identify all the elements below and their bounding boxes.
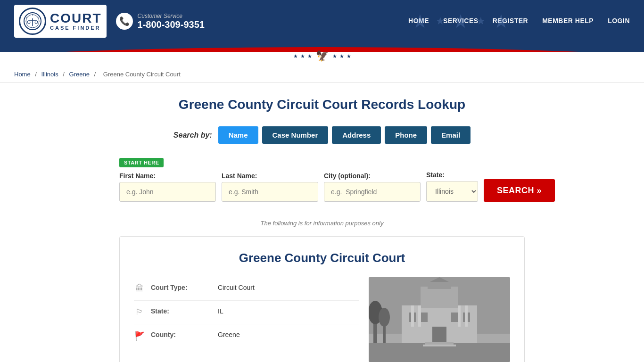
court-card-body: 🏛 Court Type: Circuit Court 🏳 State: IL …	[134, 277, 510, 362]
svg-point-8	[35, 21, 38, 24]
star-icon: ★	[332, 53, 337, 59]
logo-court-label: COURT	[50, 12, 102, 25]
banner-wave: ★ ★ ★ 🦅 ★ ★ ★	[0, 42, 644, 66]
svg-rect-19	[421, 287, 458, 308]
info-row-court-type: 🏛 Court Type: Circuit Court	[134, 277, 359, 301]
tab-name[interactable]: Name	[218, 126, 258, 144]
first-name-input[interactable]	[119, 182, 216, 202]
star-icon: ★	[293, 53, 298, 59]
svg-rect-26	[432, 327, 446, 343]
svg-rect-27	[425, 342, 454, 345]
svg-rect-20	[428, 282, 451, 289]
courthouse-svg	[369, 277, 510, 362]
breadcrumb-separator: /	[94, 71, 98, 78]
form-row: First Name: Last Name: City (optional): …	[119, 171, 525, 202]
svg-point-17	[379, 308, 390, 327]
breadcrumb-home[interactable]: Home	[14, 71, 31, 78]
info-row-county: 🚩 County: Greene	[134, 324, 359, 348]
search-form-container: START HERE First Name: Last Name: City (…	[119, 153, 525, 211]
logo-casefinder-label: CASE FINDER	[50, 25, 101, 31]
court-type-label: Court Type:	[151, 284, 212, 291]
court-type-icon: 🏛	[134, 284, 145, 294]
eagle-stars-left: ★ ★ ★	[293, 53, 312, 59]
state-label-card: State:	[151, 307, 212, 315]
star-icon: ★	[300, 53, 305, 59]
state-select[interactable]: Illinois Alabama Alaska Arizona Arkansas…	[426, 181, 478, 202]
state-icon: 🏳	[134, 307, 145, 317]
start-here-badge: START HERE	[119, 158, 164, 167]
svg-rect-31	[458, 305, 461, 327]
search-by-label: Search by:	[173, 131, 212, 140]
city-label: City (optional):	[324, 172, 421, 180]
svg-rect-28	[423, 345, 456, 346]
info-row-state: 🏳 State: IL	[134, 301, 359, 324]
breadcrumb: Home / Illinois / Greene / Greene County…	[0, 66, 644, 83]
tab-address[interactable]: Address	[332, 126, 381, 144]
court-type-value: Circuit Court	[218, 284, 255, 291]
breadcrumb-illinois[interactable]: Illinois	[41, 71, 58, 78]
logo-text: COURT CASE FINDER	[50, 12, 102, 31]
site-header: ★ ★ ★ ★ ★ ★ ★ ★ ★	[0, 0, 644, 42]
star-icon: ★	[307, 53, 312, 59]
last-name-input[interactable]	[222, 182, 318, 202]
main-content: Greene County Circuit Court Records Look…	[110, 83, 534, 362]
court-card-details: 🏛 Court Type: Circuit Court 🏳 State: IL …	[134, 277, 359, 362]
city-group: City (optional):	[324, 172, 421, 202]
star-icon: ★	[493, 10, 510, 32]
star-icon: ★	[436, 15, 445, 27]
last-name-label: Last Name:	[222, 172, 318, 180]
info-note: The following is for information purpose…	[119, 220, 525, 227]
county-icon: 🚩	[134, 331, 145, 341]
court-card-title: Greene County Circuit Court	[134, 251, 510, 265]
tab-phone[interactable]: Phone	[385, 126, 427, 144]
breadcrumb-separator: /	[35, 71, 38, 78]
cs-phone: 1-800-309-9351	[138, 19, 205, 30]
tab-case-number[interactable]: Case Number	[262, 126, 329, 144]
star-icon: ★	[339, 53, 344, 59]
last-name-group: Last Name:	[222, 172, 318, 202]
county-label: County:	[151, 331, 212, 338]
breadcrumb-current: Greene County Circuit Court	[103, 71, 181, 78]
page-title: Greene County Circuit Court Records Look…	[119, 97, 525, 112]
svg-text:★: ★	[26, 16, 28, 19]
svg-rect-24	[451, 313, 458, 322]
county-value: Greene	[218, 331, 240, 338]
cs-text: Customer Service 1-800-309-9351	[138, 13, 205, 30]
state-value: IL	[218, 307, 223, 315]
svg-rect-29	[411, 305, 414, 327]
cs-label: Customer Service	[138, 13, 205, 19]
first-name-label: First Name:	[119, 172, 216, 180]
search-button[interactable]: SEARCH »	[484, 179, 555, 202]
svg-rect-30	[418, 305, 421, 327]
eagle-icon: 🦅	[316, 50, 329, 62]
header-stars: ★ ★ ★ ★ ★ ★	[412, 0, 526, 42]
customer-service: 📞 Customer Service 1-800-309-9351	[116, 13, 205, 30]
court-info-card: Greene County Circuit Court 🏛 Court Type…	[119, 236, 525, 362]
courthouse-image	[369, 277, 510, 362]
first-name-group: First Name:	[119, 172, 216, 202]
tab-email[interactable]: Email	[431, 126, 471, 144]
city-input[interactable]	[324, 182, 421, 202]
star-icon: ★	[452, 10, 469, 32]
svg-rect-32	[465, 305, 468, 327]
breadcrumb-greene[interactable]: Greene	[69, 71, 90, 78]
phone-icon: 📞	[116, 13, 133, 30]
search-by-row: Search by: Name Case Number Address Phon…	[119, 126, 525, 144]
svg-rect-23	[421, 313, 428, 322]
eagle-stars-right: ★ ★ ★	[332, 53, 351, 59]
svg-point-7	[27, 21, 30, 24]
logo[interactable]: ★ ★ ★ COURT CASE FINDER	[14, 5, 107, 38]
logo-emblem-svg: ★ ★ ★	[23, 12, 42, 31]
logo-emblem: ★ ★ ★	[19, 8, 46, 35]
breadcrumb-separator: /	[63, 71, 66, 78]
star-icon: ★	[412, 10, 429, 32]
state-group: State: Illinois Alabama Alaska Arizona A…	[426, 171, 478, 202]
header-left: ★ ★ ★ COURT CASE FINDER 📞	[14, 5, 205, 38]
eagle-container: ★ ★ ★ 🦅 ★ ★ ★	[293, 50, 351, 62]
svg-text:★: ★	[37, 16, 39, 19]
nav-member-help[interactable]: MEMBER HELP	[542, 17, 594, 25]
star-icon: ★	[517, 15, 526, 27]
star-icon: ★	[476, 15, 486, 27]
state-label: State:	[426, 171, 478, 179]
nav-login[interactable]: LOGIN	[608, 17, 630, 25]
